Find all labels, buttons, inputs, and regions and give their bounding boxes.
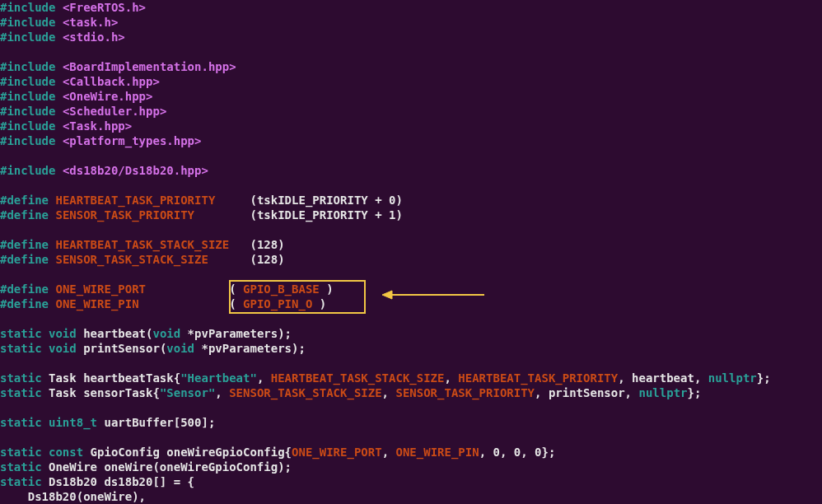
token: GPIO_PIN_O xyxy=(243,297,312,310)
token: ( xyxy=(146,282,243,296)
token xyxy=(42,327,49,340)
code-line: #include <task.h> xyxy=(0,15,822,30)
token: #define xyxy=(0,194,49,207)
code-line xyxy=(0,356,822,371)
token: static xyxy=(0,475,42,488)
code-line: #define HEARTBEAT_TASK_STACK_SIZE (128) xyxy=(0,237,822,252)
token: uartBuffer[500]; xyxy=(97,416,215,429)
token: #define xyxy=(0,282,49,296)
code-line: #include <FreeRTOS.h> xyxy=(0,0,822,15)
token: nullptr xyxy=(638,386,687,399)
token: SENSOR_TASK_STACK_SIZE xyxy=(229,386,381,399)
code-line xyxy=(0,44,822,59)
token: (128) xyxy=(208,253,285,266)
token: <OneWire.hpp> xyxy=(63,90,153,103)
token: Task heartbeatTask{ xyxy=(42,371,181,385)
token: , xyxy=(444,371,458,385)
token: #include xyxy=(0,16,55,29)
token: #define xyxy=(0,238,49,251)
code-line: #define ONE_WIRE_PIN ( GPIO_PIN_O ) xyxy=(0,296,822,311)
token: heartbeat( xyxy=(77,327,153,340)
token: <ds18b20/Ds18b20.hpp> xyxy=(63,164,208,177)
token: #include xyxy=(0,134,55,147)
token: SENSOR_TASK_PRIORITY xyxy=(55,208,194,222)
code-line: #define SENSOR_TASK_PRIORITY (tskIDLE_PR… xyxy=(0,208,822,222)
token: const xyxy=(49,446,83,459)
token: GPIO_B_BASE xyxy=(243,282,320,296)
token: void xyxy=(152,327,180,340)
code-editor[interactable]: #include <FreeRTOS.h>#include <task.h>#i… xyxy=(0,0,822,504)
code-line xyxy=(0,178,822,193)
code-line: static Task sensorTask{"Sensor", SENSOR_… xyxy=(0,385,822,400)
code-line xyxy=(0,430,822,445)
token: "Sensor" xyxy=(160,386,215,399)
token: #define xyxy=(0,208,49,222)
code-line: static void heartbeat(void *pvParameters… xyxy=(0,326,822,341)
token xyxy=(55,119,62,133)
token: ) xyxy=(312,297,326,310)
token: ONE_WIRE_PIN xyxy=(55,297,138,310)
token xyxy=(42,446,49,459)
token: #include xyxy=(0,90,55,103)
token: #include xyxy=(0,30,55,44)
token: static xyxy=(0,327,42,340)
token: void xyxy=(49,327,77,340)
code-line xyxy=(0,267,822,282)
token: , xyxy=(382,386,396,399)
token: static xyxy=(0,342,42,355)
token: Ds18b20(oneWire), xyxy=(0,490,146,503)
token: <stdio.h> xyxy=(63,30,125,44)
token: <BoardImplementation.hpp> xyxy=(63,60,236,73)
token: <Callback.hpp> xyxy=(63,75,160,88)
token: #include xyxy=(0,1,55,14)
code-line xyxy=(0,148,822,163)
token xyxy=(55,75,62,88)
code-line: #define ONE_WIRE_PORT ( GPIO_B_BASE ) xyxy=(0,282,822,296)
token: void xyxy=(166,342,194,355)
token: , xyxy=(257,371,271,385)
token: ONE_WIRE_PIN xyxy=(395,446,479,459)
token: uint8_t xyxy=(49,416,97,429)
token: static xyxy=(0,460,42,474)
token: #include xyxy=(0,119,55,133)
token: }; xyxy=(757,371,771,385)
token: static xyxy=(0,371,42,385)
token: OneWire oneWire(oneWireGpioConfig); xyxy=(42,460,292,474)
token: GpioConfig oneWireGpioConfig{ xyxy=(83,446,292,459)
token xyxy=(42,416,49,429)
code-line: #include <ds18b20/Ds18b20.hpp> xyxy=(0,163,822,178)
code-line: #include <stdio.h> xyxy=(0,30,822,44)
token: ONE_WIRE_PORT xyxy=(55,282,146,296)
token: static xyxy=(0,446,42,459)
token: static xyxy=(0,416,42,429)
code-line: #include <Scheduler.hpp> xyxy=(0,104,822,119)
code-line: #define HEARTBEAT_TASK_PRIORITY (tskIDLE… xyxy=(0,193,822,208)
token: #define xyxy=(0,253,49,266)
token: , xyxy=(382,446,396,459)
token: "Heartbeat" xyxy=(180,371,257,385)
token: , xyxy=(215,386,229,399)
token: HEARTBEAT_TASK_PRIORITY xyxy=(55,194,215,207)
token: *pvParameters); xyxy=(180,327,292,340)
token: ( xyxy=(139,297,243,310)
token: , heartbeat, xyxy=(618,371,708,385)
token: <platform_types.hpp> xyxy=(63,134,202,147)
code-line: #include <platform_types.hpp> xyxy=(0,133,822,148)
token: HEARTBEAT_TASK_STACK_SIZE xyxy=(55,238,229,251)
token xyxy=(55,90,62,103)
token: #include xyxy=(0,105,55,118)
code-line xyxy=(0,311,822,326)
token: #include xyxy=(0,60,55,73)
token xyxy=(55,134,62,147)
token: ) xyxy=(320,282,334,296)
token xyxy=(55,60,62,73)
token: static xyxy=(0,386,42,399)
code-line: static Task heartbeatTask{"Heartbeat", H… xyxy=(0,371,822,385)
token: Task sensorTask{ xyxy=(42,386,160,399)
token: #define xyxy=(0,297,49,310)
code-line: #include <BoardImplementation.hpp> xyxy=(0,59,822,74)
token: (tskIDLE_PRIORITY + 1) xyxy=(194,208,403,222)
token: printSensor( xyxy=(77,342,167,355)
token: *pvParameters); xyxy=(194,342,306,355)
token xyxy=(55,16,62,29)
